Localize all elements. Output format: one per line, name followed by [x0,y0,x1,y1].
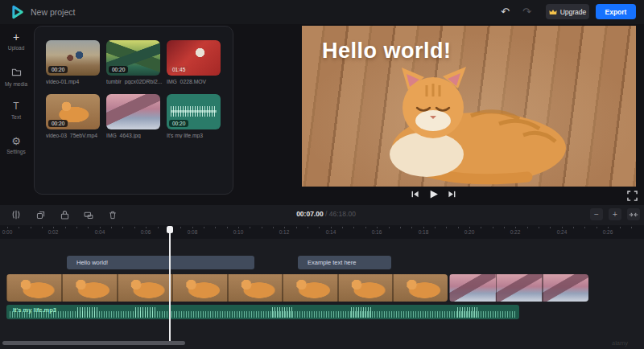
duration-badge: 00:20 [48,120,68,127]
timeline: 00:07.00 / 46:18.00 − + 0:00 0:02 0:04 0… [0,205,644,349]
fullscreen-icon[interactable] [627,191,638,201]
video-editor-app: New project ↶ ↷ Upgrade Export + Upload … [0,0,644,349]
undo-icon[interactable]: ↶ [499,6,511,18]
delete-icon[interactable] [105,207,121,222]
ruler-label: 0:04 [95,229,105,235]
ruler-label: 0:10 [233,229,244,235]
upgrade-button[interactable]: Upgrade [546,4,589,19]
total-time: 46:18.00 [329,210,356,218]
sidebar: + Upload My media T Text ⚙ Settings [0,24,32,205]
waveform-icon [171,106,217,117]
audio-waveform-peak [351,307,372,318]
playhead-handle[interactable] [167,226,173,233]
redo-icon[interactable]: ↷ [521,6,533,18]
sidebar-item-my-media[interactable]: My media [0,66,32,87]
duration-badge: 00:20 [109,66,128,73]
sidebar-item-text[interactable]: T Text [0,101,32,120]
timeline-ruler[interactable]: 0:00 0:02 0:04 0:06 0:08 0:10 0:12 0:14 … [0,225,644,239]
crown-icon [549,9,557,15]
duration-badge: 00:20 [48,66,68,73]
previous-frame-icon[interactable] [409,188,420,199]
sidebar-item-label: Upload [0,45,32,51]
playback-controls [409,188,457,199]
split-icon[interactable] [8,207,24,222]
zoom-in-icon[interactable]: + [609,208,621,220]
ruler-label: 0:24 [557,229,568,235]
ruler-label: 0:06 [141,229,151,235]
sidebar-item-upload[interactable]: + Upload [0,31,32,51]
media-item-name: video-03_75ebV.mp4 [46,133,104,138]
ruler-label: 0:22 [510,229,521,235]
media-item-name: IMG_4643.jpg [106,133,164,138]
current-time: 00:07.00 [296,210,324,218]
media-item-name: video-01.mp4 [46,79,104,84]
horizontal-scrollbar[interactable] [2,341,185,345]
audio-clip[interactable]: It's my life.mp3 [6,305,519,319]
fit-timeline-icon[interactable] [627,208,640,220]
ruler-label: 0:12 [279,229,290,235]
video-preview[interactable]: Hello world! [302,26,636,187]
text-clip-example-text[interactable]: Example text here [298,256,391,269]
upgrade-label: Upgrade [560,8,587,16]
audio-waveform-peak [77,307,98,318]
media-item-video-01[interactable]: 00:20 [46,40,100,76]
folder-icon [0,68,32,80]
media-item-tumblr[interactable]: 00:20 [106,40,160,76]
layers-icon[interactable] [80,207,97,222]
next-frame-icon[interactable] [446,188,457,199]
text-clip-hello-world[interactable]: Hello world! [67,256,254,269]
header: New project ↶ ↷ Upgrade Export [0,0,644,24]
upload-icon: + [0,31,32,43]
media-item-audio[interactable]: 00:20 [167,94,221,129]
media-item-video-03[interactable]: 00:20 [46,94,100,129]
audio-waveform-peak [457,307,478,318]
media-item-img-0228[interactable]: 01:45 [167,40,221,76]
ruler-ticks [7,227,635,228]
video-clip-cat[interactable] [6,274,448,302]
ruler-label: 0:08 [188,229,198,235]
sidebar-item-label: Settings [0,149,32,154]
ruler-label: 0:14 [326,229,336,235]
gear-icon: ⚙ [0,135,32,147]
ruler-label: 0:26 [603,229,613,235]
video-clip-mountain[interactable] [449,274,588,302]
media-item-name: IMG_0228.MOV [167,79,225,84]
lock-icon[interactable] [56,207,72,222]
audio-waveform-peak [272,307,293,318]
media-library-panel: 00:20 00:20 01:45 video-01.mp4 tumblr_pg… [34,26,233,195]
ruler-label: 0:02 [48,229,59,235]
app-logo-icon[interactable] [9,4,25,20]
text-tool-icon: T [0,101,32,113]
sidebar-item-label: My media [0,81,32,87]
project-title: New project [31,7,75,17]
ruler-label: 0:16 [372,229,382,235]
timecode-display: 00:07.00 / 46:18.00 [270,210,382,218]
play-icon[interactable] [427,188,439,199]
cat-image [350,50,592,187]
media-item-name: It's my life.mp3 [167,133,225,138]
zoom-out-icon[interactable]: − [590,208,603,220]
copy-icon[interactable] [32,207,48,222]
ruler-label: 0:18 [419,229,429,235]
media-item-name: tumblr_pgcx02DRbI2... [106,79,164,84]
timeline-toolbar: 00:07.00 / 46:18.00 − + [0,205,644,225]
duration-badge: 01:45 [169,66,188,73]
ruler-label: 0:20 [464,229,475,235]
time-separator: / [324,210,329,218]
playhead-line[interactable] [169,226,171,341]
audio-waveform-peak [135,307,156,318]
duration-badge: 00:20 [169,120,188,127]
watermark: alamy [612,339,628,347]
media-item-img-4643[interactable] [106,94,160,129]
sidebar-item-label: Text [0,114,32,120]
preview-text-overlay[interactable]: Hello world! [322,39,452,64]
export-button[interactable]: Export [596,4,636,19]
sidebar-item-settings[interactable]: ⚙ Settings [0,135,32,154]
ruler-label: 0:00 [2,229,13,235]
